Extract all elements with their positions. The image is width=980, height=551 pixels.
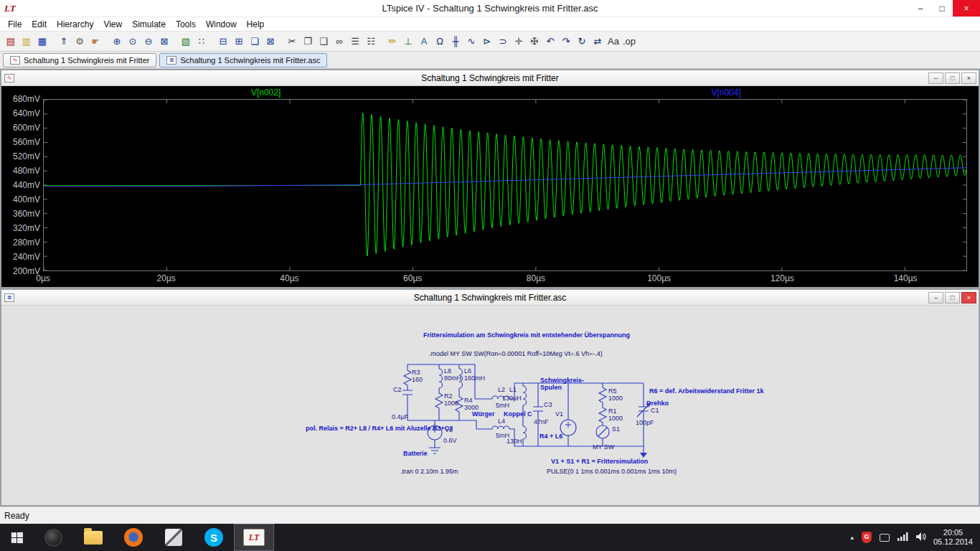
ground-button[interactable]: ⊥ <box>400 34 416 50</box>
taskbar-file-explorer[interactable] <box>73 524 113 551</box>
status-text: Ready <box>4 511 29 521</box>
window-minimize-button[interactable]: – <box>910 0 931 17</box>
schematic-text: Koppel C <box>504 410 532 418</box>
capacitor-button[interactable]: ╫ <box>448 34 463 50</box>
trace-label-V[n002][interactable]: V[n002] <box>251 88 281 98</box>
menu-file[interactable]: File <box>3 18 27 31</box>
close-window-button[interactable]: ⊠ <box>263 34 278 50</box>
move-button[interactable]: ✛ <box>511 34 527 50</box>
save-button[interactable]: ▦ <box>34 34 50 50</box>
undo-button[interactable]: ↶ <box>542 34 558 50</box>
redo-icon: ↷ <box>562 37 570 46</box>
y-axis-tick: 400mV <box>3 194 40 204</box>
spice-directive-button[interactable]: .op <box>621 34 637 50</box>
tray-expand-icon[interactable]: ▴ <box>850 534 854 541</box>
tab-1[interactable]: ∿Schaltung 1 Schwingkreis mit Fritter <box>3 53 156 67</box>
taskbar-skype[interactable]: S <box>194 524 234 551</box>
tile-vertically-button[interactable]: ⊟ <box>215 34 231 50</box>
control-panel-button[interactable]: ⚙ <box>72 34 88 50</box>
waveform-plot-area[interactable]: V[n002]V[n004] 680mV640mV600mV560mV520mV… <box>1 86 979 287</box>
grid-button[interactable]: ∷ <box>194 34 209 50</box>
waveform-window-maximize-button[interactable]: □ <box>945 72 960 84</box>
schematic-text: PULSE(0 1 1ms 0.001ms 0.001ms 1ms 10m) <box>547 468 677 475</box>
tray-antivirus-icon[interactable]: G <box>862 532 872 543</box>
taskbar-ltspice[interactable]: LT <box>234 524 274 551</box>
open-button[interactable]: ▥ <box>19 34 34 50</box>
new-schematic-icon: ▤ <box>6 37 15 46</box>
waveform-window-close-button[interactable]: × <box>961 72 976 84</box>
schematic-text: 130H <box>507 438 522 445</box>
zoom-out-button[interactable]: ⊖ <box>141 34 156 50</box>
tray-volume-icon[interactable] <box>916 531 926 544</box>
cascade-windows-button[interactable]: ❏ <box>247 34 263 50</box>
drag-button[interactable]: ✠ <box>527 34 542 50</box>
menu-edit[interactable]: Edit <box>27 18 52 31</box>
copy-button[interactable]: ❐ <box>300 34 316 50</box>
diode-button[interactable]: ⊳ <box>479 34 495 50</box>
inductor-button[interactable]: ∿ <box>463 34 479 50</box>
taskbar-file-explorer-icon <box>84 531 103 545</box>
cut-button[interactable]: ✂ <box>284 34 300 50</box>
zoom-in-button[interactable]: ⊕ <box>109 34 125 50</box>
taskbar-design-app[interactable] <box>154 524 194 551</box>
new-schematic-button[interactable]: ▤ <box>3 34 19 50</box>
schematic-window-maximize-button[interactable]: □ <box>945 292 960 303</box>
schematic-window-minimize-button[interactable]: – <box>928 292 943 303</box>
trace-label-V[n004][interactable]: V[n004] <box>711 88 740 98</box>
window-maximize-button[interactable]: □ <box>931 0 953 17</box>
tile-horizontally-button[interactable]: ⊞ <box>231 34 247 50</box>
halt-button[interactable]: ☛ <box>88 34 103 50</box>
tab-2[interactable]: ≣Schaltung 1 Schwingkreis mit Fritter.as… <box>159 53 327 67</box>
taskbar-firefox[interactable] <box>113 524 154 551</box>
schematic-text: 130µH <box>502 395 522 402</box>
redo-button[interactable]: ↷ <box>558 34 574 50</box>
y-axis-tick: 560mV <box>3 137 40 147</box>
print-preview-button[interactable]: ☷ <box>363 34 379 50</box>
print-button[interactable]: ☰ <box>347 34 363 50</box>
window-close-button[interactable]: × <box>953 0 980 17</box>
schematic-window-titlebar[interactable]: ≣ Schaltung 1 Schwingkreis mit Fritter.a… <box>1 290 979 306</box>
plot-box[interactable] <box>43 99 967 271</box>
rotate-icon: ↻ <box>578 37 586 46</box>
taskbar-clock[interactable]: 20:05 05.12.2014 <box>933 528 980 547</box>
tray-network-icon[interactable] <box>897 531 908 544</box>
menu-help[interactable]: Help <box>242 18 270 31</box>
menu-window[interactable]: Window <box>201 18 242 31</box>
menu-hierarchy[interactable]: Hierarchy <box>52 18 98 31</box>
x-axis-tick: 120µs <box>765 273 799 283</box>
autorange-y-axis-button[interactable]: ▧ <box>178 34 194 50</box>
schematic-text: V1 + S1 + R1 = Frittersimulation <box>551 458 648 465</box>
schematic-text: R4 <box>464 397 473 404</box>
y-axis-tick: 440mV <box>3 180 40 190</box>
schematic-canvas[interactable]: Frittersimulation am Schwingkreis mit en… <box>1 306 979 505</box>
menu-simulate[interactable]: Simulate <box>127 18 171 31</box>
taskbar-app-player[interactable] <box>33 524 73 551</box>
waveform-window-minimize-button[interactable]: – <box>928 72 943 84</box>
resistor-button[interactable]: Ω <box>432 34 448 50</box>
mirror-button[interactable]: ⇄ <box>590 34 606 50</box>
waveform-window-titlebar[interactable]: ∿ Schaltung 1 Schwingkreis mit Fritter –… <box>1 70 979 86</box>
start-button[interactable] <box>0 524 33 551</box>
tray-tablet-icon[interactable] <box>880 534 890 542</box>
paste-button[interactable]: ❑ <box>316 34 331 50</box>
text-button[interactable]: Aa <box>606 34 621 50</box>
hierarchy-up-button[interactable]: ⇑ <box>56 34 72 50</box>
label-net-button[interactable]: A <box>416 34 432 50</box>
menu-tools[interactable]: Tools <box>171 18 201 31</box>
zoom-out-icon: ⊖ <box>145 37 153 46</box>
schematic-window-close-button[interactable]: × <box>961 292 976 303</box>
zoom-full-extents-button[interactable]: ⊠ <box>156 34 172 50</box>
schematic-icon: ≣ <box>166 56 176 65</box>
control-panel-icon: ⚙ <box>75 37 84 46</box>
trace-labels: V[n002]V[n004] <box>1 86 979 99</box>
taskbar: SLT ▴G 20:05 05.12.2014 <box>0 524 980 551</box>
component-button[interactable]: ⊃ <box>495 34 511 50</box>
rotate-button[interactable]: ↻ <box>574 34 590 50</box>
find-button[interactable]: ∞ <box>331 34 347 50</box>
schematic-text: MY SW <box>593 443 614 451</box>
wire-button[interactable]: ✏ <box>385 34 400 50</box>
zoom-back-button[interactable]: ⊙ <box>125 34 141 50</box>
menu-view[interactable]: View <box>98 18 127 31</box>
y-axis-tick: 200mV <box>3 266 40 276</box>
ltspice-logo-icon: LT <box>4 3 16 14</box>
